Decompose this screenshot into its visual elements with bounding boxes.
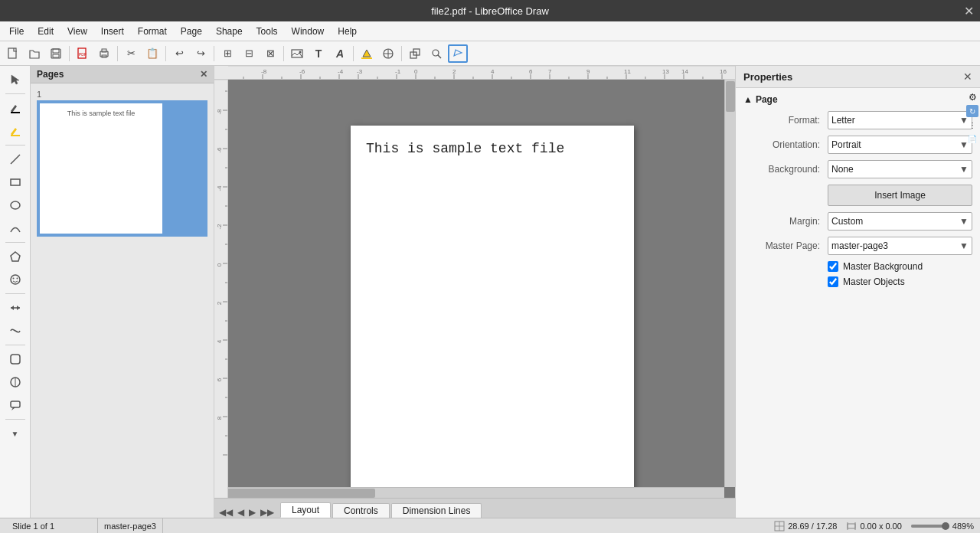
master-page-row: Master Page: master-page3 ▼ [743,237,972,255]
page-thumbnail[interactable]: This is sample text file [37,100,207,237]
properties-title: Properties [743,71,792,83]
svg-text:-8: -8 [216,109,223,115]
tb-undo[interactable]: ↩ [169,44,189,63]
master-page-control: master-page3 ▼ [828,237,972,255]
menu-format[interactable]: Format [132,25,173,38]
tool-select[interactable] [4,69,27,90]
master-page-label: Master Page: [743,240,828,251]
tb-save[interactable] [46,44,66,63]
svg-text:-3: -3 [357,68,363,75]
svg-text:4: 4 [491,68,495,75]
page-document[interactable]: This is sample text file [351,126,634,487]
page-number: 1 [37,90,207,99]
page-prev-button[interactable]: ◀ [236,507,246,518]
tool-shape[interactable] [4,348,27,370]
tb-paste[interactable]: 📋 [142,44,162,63]
svg-text:-4: -4 [338,68,344,75]
menu-page[interactable]: Page [175,25,208,38]
tool-ellipse[interactable] [4,195,27,216]
tb-cut[interactable]: ✂ [121,44,141,63]
tool-fill-color[interactable] [4,120,27,142]
tool-callout[interactable] [4,394,27,416]
tb-snap[interactable]: ⊟ [239,44,259,63]
page-first-button[interactable]: ◀◀ [217,507,234,518]
tb-print[interactable] [94,44,114,63]
tb-fontwork[interactable]: A [330,44,350,63]
section-title-text: Page [756,94,778,105]
svg-text:-6: -6 [299,68,305,75]
master-page-value: master-page3 [831,240,888,251]
tool-curves2[interactable] [4,320,27,342]
pages-content: 1 This is sample text file [31,83,214,518]
margin-value: Custom [831,216,863,227]
tool-line-color[interactable] [4,97,27,119]
properties-close-button[interactable]: ✕ [963,70,972,83]
menu-help[interactable]: Help [332,25,363,38]
master-objects-checkbox[interactable] [828,276,838,287]
tool-arrows[interactable] [4,297,27,319]
tool-more[interactable]: ▼ [4,423,27,444]
menu-insert[interactable]: Insert [95,25,130,38]
master-background-checkbox[interactable] [828,261,838,272]
svg-rect-31 [11,355,20,364]
tb-insert-image[interactable] [287,44,307,63]
margin-select[interactable]: Custom ▼ [828,212,972,231]
menu-shape[interactable]: Shape [210,25,249,38]
tb-text[interactable]: T [309,44,328,63]
tab-dimension-lines[interactable]: Dimension Lines [391,503,482,518]
master-background-label[interactable]: Master Background [843,261,923,272]
tool-polygon[interactable] [4,246,27,267]
svg-text:14: 14 [681,68,688,75]
canvas-area: -8 -6 -4 -3 -1 0 2 [214,66,735,518]
tb-fill[interactable] [357,44,377,63]
menu-file[interactable]: File [3,25,30,38]
tb-display[interactable]: ⊠ [260,44,280,63]
menu-window[interactable]: Window [286,25,331,38]
menu-tools[interactable]: Tools [250,25,284,38]
slide-info: Slide 1 of 1 [6,518,98,533]
format-label: Format: [743,115,828,126]
props-settings-icon[interactable]: ⚙ [966,91,978,103]
tb-open[interactable] [24,44,44,63]
tb-edit-mode[interactable] [448,44,468,63]
page-last-button[interactable]: ▶▶ [259,507,276,518]
master-objects-label[interactable]: Master Objects [843,276,905,287]
ruler-vertical: -8 -6 -4 -2 0 2 [214,80,228,498]
props-update-icon[interactable]: ↻ [966,105,978,117]
master-objects-row: Master Objects [828,276,972,287]
tb-new[interactable] [3,44,23,63]
master-page-select[interactable]: master-page3 ▼ [828,237,972,255]
tool-smiley[interactable] [4,269,27,290]
tab-layout[interactable]: Layout [280,502,331,518]
tool-curve[interactable] [4,217,27,239]
tb-grid[interactable]: ⊞ [217,44,237,63]
format-select[interactable]: Letter ▼ [828,111,972,129]
page-next-button[interactable]: ▶ [247,507,257,518]
tb-navigator[interactable] [378,44,398,63]
menu-edit[interactable]: Edit [31,25,60,38]
scrollbar-vertical[interactable] [724,80,735,487]
scrollbar-horizontal[interactable] [214,487,724,498]
tool-line[interactable] [4,149,27,170]
window-close-button[interactable]: ✕ [964,4,974,18]
pages-close-button[interactable]: ✕ [200,69,207,80]
tb-export-pdf[interactable]: PDF [73,44,93,63]
toolbar: PDF ✂ 📋 ↩ ↪ ⊞ ⊟ ⊠ T A [0,41,980,66]
menu-view[interactable]: View [61,25,93,38]
tb-arrange[interactable] [405,44,425,63]
tb-redo[interactable]: ↪ [191,44,211,63]
props-more-icon[interactable]: ⋮ [966,119,978,131]
tab-controls[interactable]: Controls [332,503,390,518]
svg-text:-8: -8 [261,68,267,75]
insert-image-button[interactable]: Insert Image [828,185,972,206]
app-title: file2.pdf - LibreOffice Draw [431,5,549,17]
tb-zoom[interactable] [426,44,446,63]
background-select[interactable]: None ▼ [828,160,972,178]
tool-shape2[interactable] [4,371,27,393]
orientation-select[interactable]: Portrait ▼ [828,136,972,154]
props-page-icon[interactable]: 📄 [966,132,978,145]
format-value: Letter [831,115,855,126]
svg-rect-9 [292,50,302,57]
tool-rectangle[interactable] [4,172,27,193]
properties-section-title[interactable]: ▲ Page [743,94,972,105]
